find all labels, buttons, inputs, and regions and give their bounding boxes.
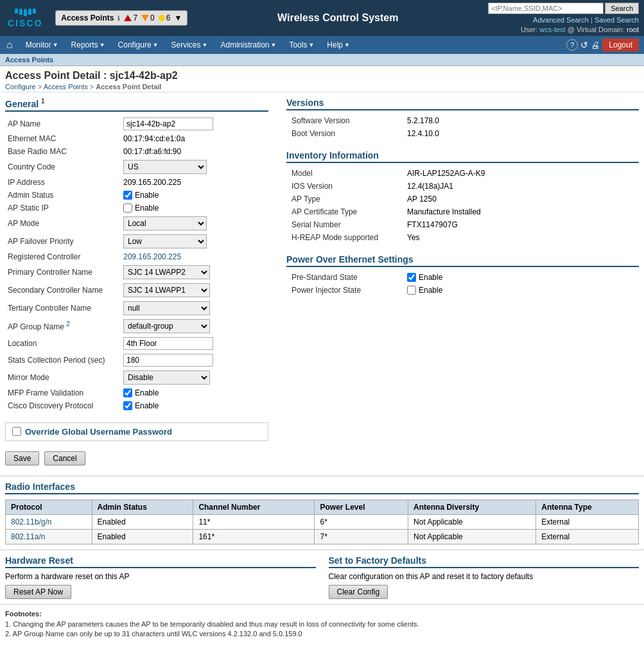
boot-version-row: Boot Version 12.4.10.0 [286, 127, 639, 140]
print-icon[interactable]: 🖨 [591, 40, 600, 50]
breadcrumb-configure[interactable]: Configure [5, 83, 36, 91]
field-ap-name: AP Name [5, 116, 268, 132]
country-code-select[interactable]: USCAGB [123, 160, 207, 174]
footnotes-title: Footnotes: [5, 610, 639, 618]
field-ap-failover-priority: AP Failover Priority LowMediumHighCritic… [5, 232, 268, 250]
model-row: Model AIR-LAP1252AG-A-K9 [286, 167, 639, 180]
primary-controller-select[interactable]: SJC 14 LWAPP2SJC 14 LWAPP1 [123, 265, 210, 279]
pre-standard-label: Enable [419, 273, 442, 282]
page-title-area: Access Point Detail : sjc14-42b-ap2 Conf… [0, 66, 644, 92]
pre-standard-row: Pre-Standard State Enable [286, 271, 639, 284]
field-primary-controller: Primary Controller Name SJC 14 LWAPP2SJC… [5, 263, 268, 281]
mfp-frame-label: Enable [135, 388, 159, 397]
admin-status-checkbox[interactable] [123, 191, 132, 200]
advanced-search-link[interactable]: Advanced Search [533, 16, 589, 24]
general-section-header: General 1 [5, 98, 268, 112]
field-mfp-frame: MFP Frame Validation Enable [5, 386, 268, 399]
ap-info-icon[interactable]: ℹ [117, 15, 120, 22]
field-tertiary-controller: Tertiary Controller Name null [5, 299, 268, 317]
pre-standard-checkbox[interactable] [407, 273, 416, 282]
ethernet-mac-value: 00:17:94:cd:e1:0a [123, 134, 185, 143]
secondary-controller-select[interactable]: SJC 14 LWAPP1SJC 14 LWAPP2 [123, 283, 210, 297]
ap-name-input[interactable] [123, 117, 213, 130]
tertiary-controller-select[interactable]: null [123, 301, 210, 315]
protocol-bgn-link[interactable]: 802.11b/g/n [11, 517, 51, 526]
versions-table: Software Version 5.2.178.0 Boot Version … [286, 114, 639, 140]
right-panel: Versions Software Version 5.2.178.0 Boot… [274, 98, 639, 465]
search-button[interactable]: Search [605, 3, 639, 14]
general-form: AP Name Ethernet MAC 00:17:94:cd:e1:0a B… [5, 116, 268, 412]
username-link[interactable]: wcs-test [539, 26, 565, 33]
search-input[interactable] [488, 3, 604, 14]
general-footnote-ref: 1 [41, 98, 45, 105]
versions-section-header: Versions [286, 98, 639, 110]
ap-static-ip-checkbox[interactable] [123, 204, 132, 213]
base-radio-mac-value: 00:17:df:a6:fd:90 [123, 147, 181, 156]
home-button[interactable]: ⌂ [0, 36, 19, 54]
footnotes-section: Footnotes: 1. Changing the AP parameters… [0, 604, 644, 643]
location-input[interactable] [123, 337, 213, 350]
critical-indicator: 7 [124, 13, 137, 22]
field-ethernet-mac: Ethernet MAC 00:17:94:cd:e1:0a [5, 132, 268, 145]
hardware-reset-col: Hardware Reset Perform a hardware reset … [5, 555, 316, 599]
field-stats-collection: Stats Collection Period (sec) [5, 352, 268, 369]
reset-ap-button[interactable]: Reset AP Now [5, 585, 71, 599]
registered-controller-link[interactable]: 209.165.200.225 [123, 252, 181, 261]
field-ap-static-ip: AP Static IP Enable [5, 202, 268, 214]
hardware-reset-desc: Perform a hardware reset on this AP [5, 572, 316, 581]
refresh-icon[interactable]: ↺ [580, 40, 588, 50]
clear-config-button[interactable]: Clear Config [329, 585, 388, 599]
cisco-discovery-checkbox[interactable] [123, 401, 132, 410]
ip-address-value: 209.165.200.225 [123, 178, 181, 187]
power-injector-checkbox[interactable] [407, 286, 416, 295]
stats-collection-input[interactable] [123, 354, 213, 367]
subheader-bar: Access Points [0, 54, 644, 66]
subheader-label[interactable]: Access Points [5, 56, 53, 64]
warning-indicator: 6 [159, 13, 171, 22]
logout-button[interactable]: Logout [602, 39, 639, 51]
nav-item-tools[interactable]: Tools ▼ [283, 36, 320, 54]
override-checkbox[interactable] [12, 427, 21, 436]
cisco-logo: CISCO [0, 0, 50, 36]
nav-item-help[interactable]: Help ▼ [320, 36, 356, 54]
mirror-mode-select[interactable]: DisableEnable [123, 370, 210, 385]
admin-status-label: Enable [135, 191, 159, 200]
hreap-row: H-REAP Mode supported Yes [286, 231, 639, 244]
poe-table: Pre-Standard State Enable Power Injector… [286, 271, 639, 297]
radio-section: Radio Interfaces Protocol Admin Status C… [0, 476, 644, 550]
software-version-row: Software Version 5.2.178.0 [286, 114, 639, 127]
factory-defaults-desc: Clear configuration on this AP and reset… [329, 572, 640, 581]
help-icon[interactable]: ? [566, 39, 578, 51]
ap-status-bar[interactable]: Access Points ℹ 7 0 6 ▼ [55, 10, 187, 26]
ap-mode-select[interactable]: LocalMonitorFlexConnect [123, 216, 207, 230]
save-button[interactable]: Save [5, 451, 39, 465]
saved-search-link[interactable]: Saved Search [595, 16, 639, 24]
hardware-reset-title: Hardware Reset [5, 555, 316, 568]
nav-bar: ⌂ Monitor ▼ Reports ▼ Configure ▼ Servic… [0, 36, 644, 54]
breadcrumb-access-points[interactable]: Access Points [44, 83, 88, 91]
ios-version-row: IOS Version 12.4(18a)JA1 [286, 180, 639, 193]
page-title: Access Point Detail : sjc14-42b-ap2 [5, 70, 639, 82]
mfp-frame-checkbox[interactable] [123, 388, 132, 397]
nav-item-configure[interactable]: Configure ▼ [112, 36, 165, 54]
protocol-an-link[interactable]: 802.11a/n [11, 532, 45, 541]
nav-item-reports[interactable]: Reports ▼ [65, 36, 112, 54]
footnote-1: 1. Changing the AP parameters causes the… [5, 620, 639, 628]
field-ap-mode: AP Mode LocalMonitorFlexConnect [5, 214, 268, 232]
hw-factory-section: Hardware Reset Perform a hardware reset … [0, 550, 644, 604]
ap-dropdown-arrow[interactable]: ▼ [174, 13, 182, 22]
radio-row-an: 802.11a/n Enabled 161* 7* Not Applicable… [6, 529, 639, 544]
ap-group-select[interactable]: default-group [123, 319, 210, 333]
nav-item-services[interactable]: Services ▼ [165, 36, 214, 54]
nav-item-monitor[interactable]: Monitor ▼ [19, 36, 65, 54]
nav-item-administration[interactable]: Administration ▼ [214, 36, 283, 54]
ap-group-footnote-ref: 2 [66, 320, 70, 327]
cancel-button[interactable]: Cancel [44, 451, 85, 465]
breadcrumb-current: Access Point Detail [96, 83, 161, 91]
form-buttons: Save Cancel [5, 451, 268, 465]
inventory-section-header: Inventory Information [286, 150, 639, 163]
power-injector-row: Power Injector State Enable [286, 284, 639, 297]
factory-defaults-col: Set to Factory Defaults Clear configurat… [329, 555, 640, 599]
failover-priority-select[interactable]: LowMediumHighCritical [123, 234, 207, 248]
power-injector-label: Enable [419, 286, 442, 295]
